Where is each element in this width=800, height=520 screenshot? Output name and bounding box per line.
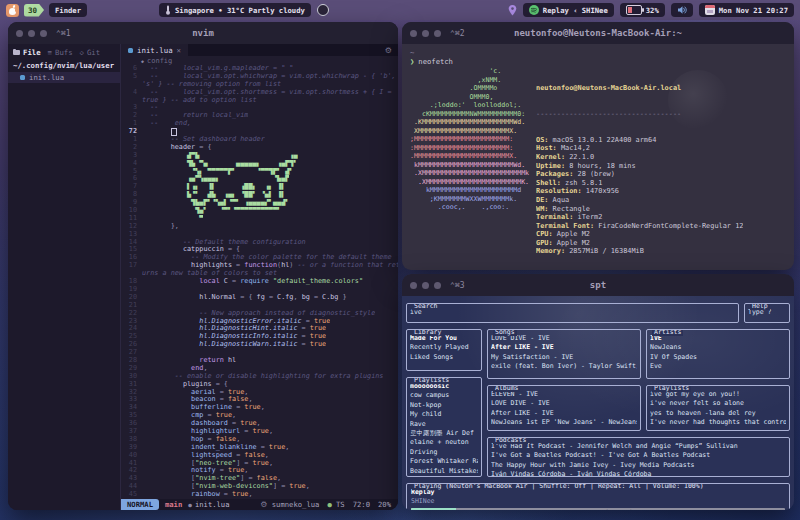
buffer-close-icon[interactable]: × xyxy=(177,46,181,55)
albums-box[interactable]: Albums ELEVEN - IVELOVE DIVE - IVEAfter … xyxy=(487,385,641,431)
list-item[interactable]: elaine + neuton xyxy=(410,438,478,447)
tree-root-path[interactable]: ~/.config/nvim/lua/user xyxy=(8,59,120,72)
related-playlists-box[interactable]: Playlists ive got my eye on you!!i've ne… xyxy=(646,385,790,431)
list-item[interactable]: 내 쓰레기 xyxy=(410,476,478,477)
iterm-watermark xyxy=(668,70,728,130)
now-playing-label: Replay ‹ SHINee xyxy=(543,6,608,15)
list-item[interactable]: exile (feat. Bon Iver) - Taylor Swift, xyxy=(491,362,637,371)
minimize-button[interactable] xyxy=(422,30,429,37)
tab-bufs[interactable]: ≡Bufs xyxy=(48,48,73,57)
fetch-info-row: Host: Mac14,2 xyxy=(536,144,743,153)
podcasts-box[interactable]: Podcasts I've Had It Podcast - Jennifer … xyxy=(487,437,790,477)
apple-menu-icon[interactable] xyxy=(6,4,19,17)
artists-box[interactable]: Artists IVENewJeansIV Of SpadesEve xyxy=(646,329,790,379)
list-item[interactable]: After LIKE - IVE xyxy=(491,343,637,352)
list-item[interactable]: Eve xyxy=(650,362,786,371)
podcasts-box-label: Podcasts xyxy=(493,437,528,444)
fetch-info-row: OS: macOS 13.0.1 22A400 arm64 xyxy=(536,136,743,145)
list-item[interactable]: LOVE DIVE - IVE xyxy=(491,399,637,408)
code-line: 19 xyxy=(121,286,398,294)
songs-box[interactable]: Songs LOVE DIVE - IVEAfter LIKE - IVEMy … xyxy=(487,329,641,379)
close-button[interactable] xyxy=(16,30,23,37)
code-line: 7 ▌▗▖ ▐▌ ▗██▖ ▗▖ ▐▌ xyxy=(121,183,398,191)
code-line: 1 -- end, xyxy=(121,120,398,128)
list-item[interactable]: yes to heaven -lana del rey xyxy=(650,409,786,418)
library-box[interactable]: Library Made For YouRecently PlayedLiked… xyxy=(406,329,482,371)
battery-widget[interactable]: 32% xyxy=(620,3,665,17)
clock-widget[interactable]: Mon Nov 21 20:27 xyxy=(699,3,794,17)
list-item[interactable]: Rave xyxy=(410,420,478,429)
progress-time: 0:21/3:33 (-3:12) xyxy=(411,508,785,510)
code-line: true } -- add to option list xyxy=(121,97,398,105)
nvim-titlebar[interactable]: ⌃⌘1 nvim xyxy=(8,22,398,44)
list-item[interactable]: Recently Played xyxy=(410,343,478,352)
tree-file-initlua[interactable]: init.lua xyxy=(8,72,120,83)
window-buttons xyxy=(410,282,441,289)
code-line: 6 -- local_vim.g.mapleader = " " xyxy=(121,65,398,73)
gear-icon[interactable]: ⚙ xyxy=(385,46,398,55)
list-item[interactable]: Iván Vindas Córdoba - Iván Vindas Córdob… xyxy=(491,470,786,477)
speaker-icon xyxy=(677,5,687,15)
code-line: 20 hl.Normal = { fg = C.fg, bg = C.bg } xyxy=(121,294,398,302)
now-playing-widget[interactable]: Replay ‹ SHINee xyxy=(523,3,614,17)
bufferline: init.lua × ⚙ xyxy=(121,44,398,56)
code-line: 33 beacon = false, xyxy=(121,396,398,404)
toggle-circle-icon[interactable] xyxy=(317,4,329,16)
list-item[interactable]: i've never felt so alone xyxy=(650,399,786,408)
list-item[interactable]: Driving xyxy=(410,448,478,457)
zoom-button[interactable] xyxy=(40,30,47,37)
weather-widget[interactable]: Singapore • 31°C Partly cloudy xyxy=(159,3,311,17)
tab-file[interactable]: File xyxy=(13,48,41,57)
list-item[interactable]: I've Got a Beatles Podcast! - I've Got A… xyxy=(491,451,786,460)
space-indicator-badge[interactable]: 30 xyxy=(24,4,44,17)
search-input[interactable]: ive xyxy=(410,308,735,317)
minimize-button[interactable] xyxy=(28,30,35,37)
terminal-titlebar[interactable]: ⌃⌘2 neutonfoo@Neutons-MacBook-Air:~ xyxy=(402,22,794,44)
code-line: 5 ▝▚▖ ▀▀▀▀▀▛▘ ▝▀▀▜▛▘ ▟▘ xyxy=(121,168,398,176)
list-item[interactable]: Not-kpop xyxy=(410,401,478,410)
minimize-button[interactable] xyxy=(422,282,429,289)
list-item[interactable]: IV Of Spades xyxy=(650,353,786,362)
list-item[interactable]: Beautiful Mistakes xyxy=(410,467,478,476)
list-item[interactable]: NewJeans xyxy=(650,343,786,352)
list-item[interactable]: Liked Songs xyxy=(410,353,478,362)
list-item[interactable]: My child xyxy=(410,410,478,419)
list-item[interactable]: My Satisfaction - IVE xyxy=(491,353,637,362)
fetch-info-row: Memory: 2857MiB / 16384MiB xyxy=(536,247,743,256)
zoom-button[interactable] xyxy=(434,30,441,37)
list-item[interactable]: NewJeans 1st EP 'New Jeans' - NewJeans xyxy=(491,418,637,427)
list-item[interactable]: The Happy Hour with Jamie Ivey - Ivey Me… xyxy=(491,461,786,470)
zoom-button[interactable] xyxy=(434,282,441,289)
search-box-label: Search xyxy=(412,303,439,310)
code-line: 9 ▜▙▄▛▘▝▚▄▌▝▀▘ ▗▄▄▄▄▞▘▄▄▟▘ xyxy=(121,199,398,207)
list-item[interactable]: cow campus xyxy=(410,391,478,400)
fetch-info-row: DE: Aqua xyxy=(536,196,743,205)
list-item[interactable]: I've Had It Podcast - Jennifer Welch and… xyxy=(491,442,786,451)
finder-menu-item[interactable]: Finder xyxy=(49,3,87,17)
close-button[interactable] xyxy=(410,30,417,37)
code-line: 13 xyxy=(121,231,398,239)
fetch-info-row: WM: Rectangle xyxy=(536,205,743,214)
tab-git[interactable]: ◇Git xyxy=(80,48,101,57)
list-item[interactable]: 로中露別墨 Air Def xyxy=(410,429,478,438)
progress-bar[interactable]: 0:21/3:33 (-3:12) xyxy=(411,508,785,510)
spt-titlebar[interactable]: ⌃⌘3 spt xyxy=(402,274,794,296)
playlists-box-label: Playlists xyxy=(412,377,451,384)
map-pin-icon[interactable] xyxy=(508,5,517,16)
neotree-sidebar: File ≡Bufs ◇Git ~/.config/nvim/lua/user … xyxy=(8,44,121,510)
list-item[interactable]: After LIKE - IVE xyxy=(491,409,637,418)
playlists-box[interactable]: Playlists moooooosiccow campusNot-kpopMy… xyxy=(406,377,482,477)
search-box[interactable]: Search ive xyxy=(406,303,739,323)
code-area[interactable]: 6 -- local_vim.g.mapleader = " "5 -- loc… xyxy=(121,65,398,499)
buffer-tab-initlua[interactable]: init.lua × xyxy=(121,44,188,56)
breadcrumb-label: config xyxy=(147,57,172,65)
code-line: 23 hl.DiagnosticError.italic = true xyxy=(121,318,398,326)
close-button[interactable] xyxy=(410,282,417,289)
code-line: 3 -- xyxy=(121,104,398,112)
code-line: 72 xyxy=(121,128,398,136)
list-item[interactable]: I've never had thoughts that control me xyxy=(650,418,786,427)
volume-widget[interactable] xyxy=(671,3,693,17)
code-line: 14 -- Default theme configuration xyxy=(121,239,398,247)
list-item[interactable]: Forest Whitaker Ra xyxy=(410,457,478,466)
help-box-label: Help xyxy=(750,303,770,310)
